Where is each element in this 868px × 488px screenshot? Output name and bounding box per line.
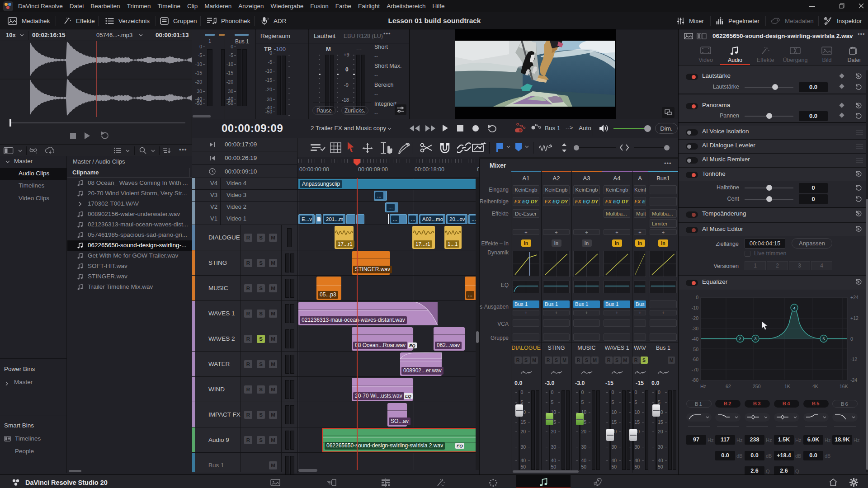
svg-text:5: 5 bbox=[822, 337, 825, 341]
svg-text:2: 2 bbox=[739, 337, 741, 341]
svg-text:3: 3 bbox=[754, 337, 756, 341]
svg-text:4: 4 bbox=[793, 306, 795, 310]
